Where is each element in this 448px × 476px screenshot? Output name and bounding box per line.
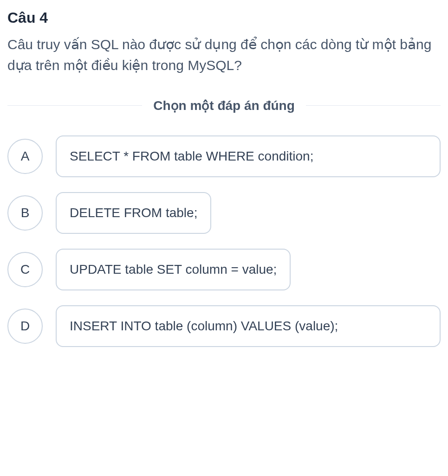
option-letter-b[interactable]: B — [7, 195, 43, 231]
instruction-text: Chọn một đáp án đúng — [142, 98, 306, 113]
option-row-c: C UPDATE table SET column = value; — [7, 249, 441, 290]
option-row-a: A SELECT * FROM table WHERE condition; — [7, 135, 441, 177]
option-content-c[interactable]: UPDATE table SET column = value; — [56, 249, 291, 290]
option-letter-d[interactable]: D — [7, 309, 43, 344]
option-row-d: D INSERT INTO table (column) VALUES (val… — [7, 305, 441, 347]
question-number: Câu 4 — [7, 9, 441, 26]
divider-line-left — [7, 105, 142, 106]
option-content-b[interactable]: DELETE FROM table; — [56, 192, 211, 234]
option-letter-c[interactable]: C — [7, 252, 43, 287]
options-container: A SELECT * FROM table WHERE condition; B… — [7, 135, 441, 347]
divider-line-right — [306, 105, 441, 106]
option-content-a[interactable]: SELECT * FROM table WHERE condition; — [56, 135, 441, 177]
instruction-divider: Chọn một đáp án đúng — [7, 98, 441, 113]
question-text: Câu truy vấn SQL nào được sử dụng để chọ… — [7, 34, 441, 76]
option-letter-a[interactable]: A — [7, 139, 43, 174]
option-row-b: B DELETE FROM table; — [7, 192, 441, 234]
option-content-d[interactable]: INSERT INTO table (column) VALUES (value… — [56, 305, 441, 347]
